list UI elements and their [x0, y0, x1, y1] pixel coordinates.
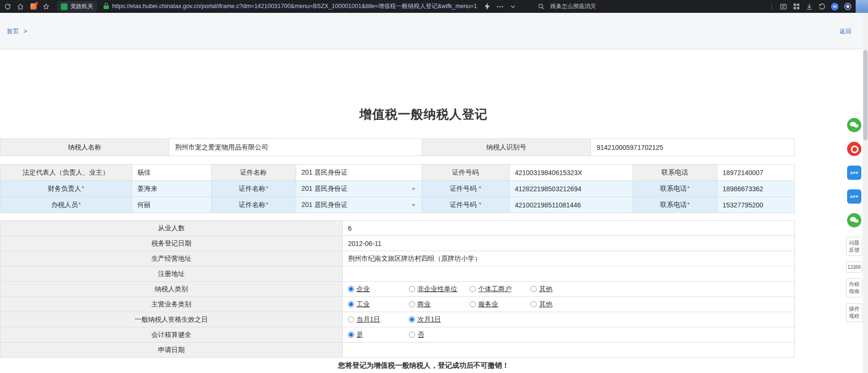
radio-option-enterprise[interactable]: 企业 [348, 285, 409, 294]
required-mark: * [82, 185, 84, 192]
extensions-icon[interactable] [791, 1, 801, 12]
ai-assistant-icon[interactable]: AI [829, 1, 840, 12]
procedure-button[interactable]: 操作规程 [846, 303, 862, 322]
required-mark: * [266, 201, 268, 208]
taxpayer-type-options: 企业 非企业性单位 个体工商户 其他 [343, 282, 795, 297]
app-download-icon[interactable]: APP [847, 166, 861, 180]
business-category-options: 工业 商业 服务业 其他 [343, 297, 795, 312]
phone-label: 联系电话* [633, 197, 717, 213]
browser-menu-icon[interactable] [842, 1, 853, 12]
radio-option-next-month[interactable]: 次月1日 [409, 315, 470, 324]
phone-input[interactable]: 15327795200 [717, 197, 795, 213]
required-mark: * [479, 201, 481, 208]
address-bar[interactable]: https://etax.hubei.chinatax.gov.cn/porta… [112, 2, 477, 10]
cert-type-select[interactable]: 201 居民身份证 [296, 197, 422, 213]
cert-type-label: 证件名称* [212, 197, 296, 213]
dropdown-arrow-icon[interactable] [412, 188, 415, 190]
cert-no-label: 证件号码 * [422, 197, 510, 213]
registration-details-table: 从业人数 6 税务登记日期 2012-06-11 生产经营地址 荆州市纪南文旅区… [0, 220, 795, 358]
browser-logo [844, 3, 851, 10]
application-date-label: 申请日期 [0, 343, 343, 358]
main-content: 增值税一般纳税人登记 纳税人名称 荆州市宠之爱宠物用品有限公司 纳税人识别号 9… [0, 49, 863, 373]
accounting-sound-options: 是 否 [343, 327, 795, 343]
download-icon[interactable] [804, 1, 814, 12]
cert-no-input[interactable]: 421002198511081446 [510, 197, 633, 213]
reload-icon[interactable] [2, 1, 13, 12]
registration-notice: 您将登记为增值税一般纳税人，登记成功后不可撤销！ [0, 361, 847, 370]
contact-name-input[interactable]: 姜海来 [132, 181, 212, 197]
radio-option-yes[interactable]: 是 [348, 331, 409, 339]
chevron-down-icon[interactable] [508, 1, 518, 12]
radio-option-non-enterprise[interactable]: 非企业性单位 [409, 285, 470, 294]
required-mark: * [78, 201, 81, 208]
contact-name-input[interactable]: 何丽 [132, 197, 212, 213]
page-header-bar: 首页 > 返回 [0, 13, 863, 49]
breadcrumb: 首页 > [7, 27, 27, 36]
hotline-12366-button[interactable]: 12366 [846, 262, 862, 273]
contacts-table: 法定代表人（负责人、业主） 杨佳 证件名称 201 居民身份证 证件号码 421… [0, 164, 795, 213]
taxpayer-type-row: 纳税人类别 企业 非企业性单位 个体工商户 其他 [0, 282, 795, 297]
taxpayer-id-value: 914210005971702125 [591, 139, 795, 156]
taxpayer-name-value: 荆州市宠之爱宠物用品有限公司 [169, 139, 422, 156]
radio-option-commerce[interactable]: 商业 [409, 300, 470, 309]
radio-option-other[interactable]: 其他 [530, 285, 591, 294]
radio-icon [409, 286, 415, 292]
vertical-scrollbar[interactable] [863, 13, 868, 373]
cert-type-value: 201 居民身份证 [296, 165, 422, 181]
dropdown-arrow-icon[interactable] [412, 204, 415, 206]
feedback-button[interactable]: 问题反馈 [846, 237, 862, 256]
cert-no-value: 42100319840615323X [510, 165, 633, 181]
taxpayer-info-table: 纳税人名称 荆州市宠之爱宠物用品有限公司 纳税人识别号 914210005971… [0, 138, 795, 156]
apps-icon[interactable] [28, 1, 39, 12]
tax-guide-button[interactable]: 办税指南 [846, 278, 862, 297]
phone-label: 联系电话* [633, 181, 717, 197]
reader-icon[interactable] [778, 1, 789, 12]
window-edge [856, 0, 868, 13]
wechat-icon[interactable] [847, 118, 861, 132]
toolbar-search[interactable]: 跳蚤怎么彻底消灭 [550, 2, 596, 10]
back-link[interactable]: 返回 [839, 28, 851, 36]
bookmark-site-button[interactable]: 党政机关 [57, 1, 97, 12]
radio-icon [530, 286, 537, 292]
radio-option-current-month[interactable]: 当月1日 [348, 315, 409, 324]
registration-date-value: 2012-06-11 [343, 236, 795, 251]
radio-icon [348, 332, 354, 338]
cert-type-select[interactable]: 201 居民身份证 [296, 181, 422, 197]
accounting-sound-row: 会计核算健全 是 否 [0, 327, 795, 343]
history-icon[interactable] [817, 1, 827, 12]
cert-type-label: 证件名称* [212, 181, 296, 197]
cert-no-input[interactable]: 412822198503212694 [510, 181, 633, 197]
taxpayer-type-label: 纳税人类别 [0, 282, 343, 297]
flash-icon[interactable] [482, 1, 492, 12]
bookmark-pin-icon[interactable] [41, 1, 51, 12]
legal-representative-row: 法定代表人（负责人、业主） 杨佳 证件名称 201 居民身份证 证件号码 421… [0, 165, 795, 181]
cert-no-label: 证件号码 [422, 165, 510, 181]
browser-toolbar: 党政机关 https://etax.hubei.chinatax.gov.cn/… [0, 0, 868, 13]
tax-clerk-row: 办税人员* 何丽 证件名称* 201 居民身份证 证件号码 * 42100219… [0, 197, 795, 213]
radio-option-other[interactable]: 其他 [530, 300, 591, 309]
radio-option-no[interactable]: 否 [409, 331, 470, 339]
radio-icon [470, 286, 476, 292]
radio-option-individual[interactable]: 个体工商户 [470, 285, 530, 294]
phone-label: 联系电话 [633, 165, 717, 181]
more-icon[interactable] [495, 1, 505, 12]
phone-input[interactable]: 18986673362 [717, 181, 795, 197]
search-icon[interactable] [536, 1, 547, 12]
radio-icon [409, 316, 415, 323]
registration-date-row: 税务登记日期 2012-06-11 [0, 236, 795, 251]
business-address-row: 生产经营地址 荆州市纪南文旅区牌坊村四组（原牌坊小学） [0, 251, 795, 266]
business-address-label: 生产经营地址 [0, 251, 343, 266]
cert-no-label: 证件号码 * [422, 181, 510, 197]
employees-value: 6 [343, 221, 795, 236]
breadcrumb-home-link[interactable]: 首页 [7, 28, 19, 35]
wechat-pay-icon[interactable] [847, 213, 861, 227]
cert-type-label: 证件名称 [212, 165, 296, 181]
weibo-icon[interactable] [847, 142, 861, 156]
radio-option-industry[interactable]: 工业 [348, 300, 409, 309]
lock-icon[interactable] [104, 3, 109, 10]
scrollbar-thumb[interactable] [863, 50, 868, 140]
taxpayer-id-label: 纳税人识别号 [422, 139, 591, 156]
app-download-icon-2[interactable]: APP [847, 189, 861, 204]
radio-option-service[interactable]: 服务业 [470, 300, 530, 309]
home-icon[interactable] [15, 1, 26, 12]
